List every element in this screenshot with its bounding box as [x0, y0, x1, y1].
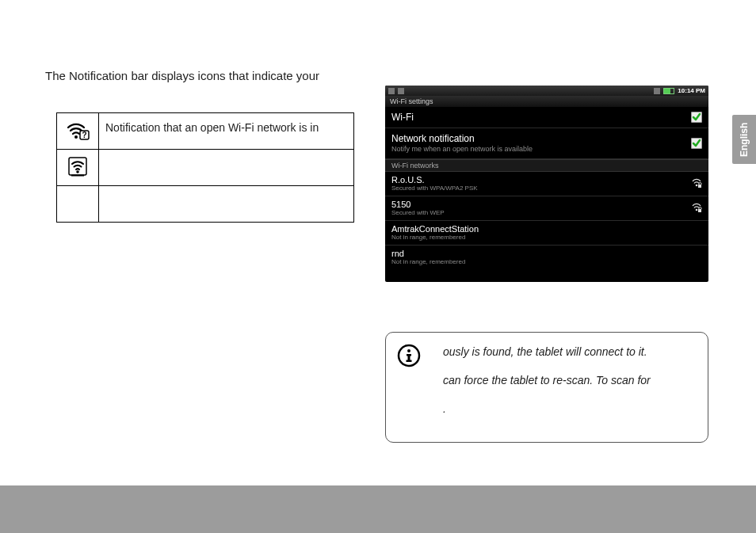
table-row [57, 150, 354, 186]
network-sub: Secured with WPA/WPA2 PSK [391, 185, 478, 192]
svg-text:?: ? [82, 131, 86, 139]
icon-empty [57, 186, 99, 223]
language-tab[interactable]: English [732, 115, 756, 164]
net-notif-sub: Notify me when an open network is availa… [391, 145, 533, 154]
svg-rect-9 [698, 209, 701, 212]
svg-rect-14 [407, 360, 412, 363]
wifi-toggle-row[interactable]: Wi-Fi [385, 107, 708, 128]
info-callout: ously is found, the tablet will connect … [385, 332, 708, 443]
device-screenshot: 10:14 PM Wi-Fi settings Wi-Fi Network no… [385, 86, 708, 282]
table-row: ? Notification that an open Wi-Fi networ… [57, 113, 354, 150]
svg-rect-7 [698, 185, 701, 188]
net-notif-title: Network notification [391, 133, 533, 144]
wifi-lock-icon [691, 177, 702, 188]
network-row[interactable]: rnd Not in range, remembered [385, 246, 708, 269]
wifi-toggle-label: Wi-Fi [391, 112, 414, 123]
footer-band [0, 485, 756, 533]
info-icon [397, 344, 421, 367]
status-icon [388, 88, 395, 94]
wifi-lock-icon [691, 202, 702, 213]
network-notification-row[interactable]: Network notification Notify me when an o… [385, 128, 708, 158]
network-name: R.o.U.S. [391, 175, 478, 185]
intro-text: The Notification bar displays icons that… [45, 69, 319, 82]
wifi-open-icon: ? [57, 113, 99, 150]
network-sub: Not in range, remembered [391, 234, 479, 241]
svg-point-4 [76, 170, 79, 173]
svg-point-0 [74, 135, 78, 139]
svg-point-8 [696, 209, 698, 211]
callout-line: ously is found, the tablet will connect … [443, 345, 695, 358]
checkbox-icon[interactable] [691, 138, 702, 149]
wifi-status-icon [654, 88, 660, 94]
svg-point-6 [696, 185, 698, 187]
table-cell-desc [99, 150, 354, 186]
notification-icon-table: ? Notification that an open Wi-Fi networ… [56, 112, 354, 223]
table-cell-desc [99, 186, 354, 223]
network-row[interactable]: R.o.U.S. Secured with WPA/WPA2 PSK [385, 172, 708, 196]
table-row [57, 186, 354, 223]
callout-line: . [443, 402, 695, 415]
network-name: rnd [391, 249, 465, 258]
battery-icon [663, 88, 674, 94]
checkbox-icon[interactable] [691, 112, 702, 123]
callout-line: can force the tablet to re-scan. To scan… [443, 374, 695, 386]
status-icon [398, 88, 404, 94]
clock: 10:14 PM [678, 87, 705, 94]
status-bar: 10:14 PM [385, 86, 708, 96]
table-cell-desc: Notification that an open Wi-Fi network … [99, 113, 354, 150]
network-name: 5150 [391, 200, 445, 209]
network-sub: Secured with WEP [391, 209, 445, 216]
screen-title: Wi-Fi settings [385, 96, 708, 107]
network-row[interactable]: AmtrakConnectStation Not in range, remem… [385, 221, 708, 246]
network-sub: Not in range, remembered [391, 258, 465, 265]
wifi-networks-header: Wi-Fi networks [385, 159, 708, 172]
wifi-connected-icon [57, 150, 99, 186]
network-name: AmtrakConnectStation [391, 224, 479, 234]
svg-point-11 [407, 349, 410, 352]
network-row[interactable]: 5150 Secured with WEP [385, 196, 708, 221]
